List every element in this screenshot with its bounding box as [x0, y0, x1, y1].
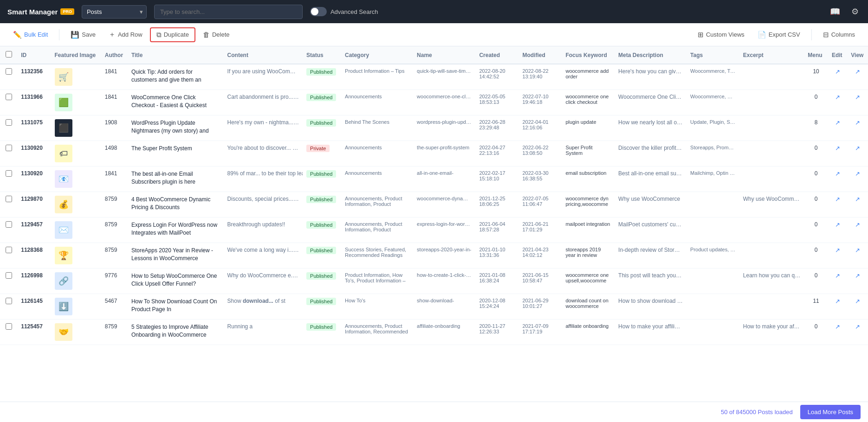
entity-select-wrapper[interactable]: Posts Products Orders Coupons ▾: [82, 5, 147, 19]
row-edit-cell[interactable]: ↗: [828, 64, 847, 90]
settings-icon-btn[interactable]: ⚙: [849, 5, 861, 19]
row-title[interactable]: How To Show Download Count On Product Pa…: [128, 294, 224, 320]
advanced-search-switch[interactable]: [310, 7, 327, 16]
custom-views-button[interactable]: ⊞ Custom Views: [692, 28, 750, 42]
row-view-cell[interactable]: ↗: [847, 115, 868, 141]
row-edit-cell[interactable]: ↗: [828, 166, 847, 192]
row-edit-cell[interactable]: ↗: [828, 217, 847, 243]
row-title[interactable]: StoreApps 2020 Year in Review - Lessons …: [128, 243, 224, 269]
view-icon[interactable]: ↗: [854, 67, 861, 76]
advanced-search-toggle[interactable]: Advanced Search: [310, 7, 378, 16]
search-input[interactable]: [154, 5, 303, 19]
row-checkbox[interactable]: [6, 323, 12, 330]
row-view-cell[interactable]: ↗: [847, 294, 868, 320]
row-checkbox-cell[interactable]: [0, 269, 17, 294]
row-checkbox[interactable]: [6, 247, 12, 253]
row-checkbox-cell[interactable]: [0, 243, 17, 269]
view-icon[interactable]: ↗: [854, 144, 861, 153]
row-checkbox-cell[interactable]: [0, 217, 17, 243]
row-status: Published: [303, 90, 341, 115]
view-icon[interactable]: ↗: [854, 93, 861, 102]
row-checkbox[interactable]: [6, 170, 12, 177]
row-checkbox-cell[interactable]: [0, 90, 17, 115]
row-title[interactable]: The best all-in-one Email Subscribers pl…: [128, 166, 224, 192]
row-title[interactable]: WordPress Plugin Update Nightmares (my o…: [128, 115, 224, 141]
edit-icon[interactable]: ↗: [834, 144, 841, 153]
row-checkbox[interactable]: [6, 145, 12, 151]
row-view-cell[interactable]: ↗: [847, 243, 868, 269]
row-checkbox[interactable]: [6, 196, 12, 202]
view-icon[interactable]: ↗: [854, 118, 861, 127]
row-view-cell[interactable]: ↗: [847, 269, 868, 294]
row-view-cell[interactable]: ↗: [847, 192, 868, 217]
export-csv-label: Export CSV: [769, 31, 800, 38]
view-icon[interactable]: ↗: [854, 220, 861, 229]
row-view-cell[interactable]: ↗: [847, 141, 868, 166]
row-edit-cell[interactable]: ↗: [828, 141, 847, 166]
save-button[interactable]: 💾 Save: [65, 28, 101, 42]
row-checkbox[interactable]: [6, 68, 12, 75]
book-icon-btn[interactable]: 📖: [828, 5, 842, 19]
select-all-checkbox[interactable]: [6, 51, 12, 58]
add-row-button[interactable]: ＋ Add Row: [103, 27, 148, 42]
edit-icon[interactable]: ↗: [834, 118, 841, 127]
row-checkbox-cell[interactable]: [0, 141, 17, 166]
row-view-cell[interactable]: ↗: [847, 64, 868, 90]
columns-button[interactable]: ⊟ Columns: [817, 28, 861, 42]
row-edit-cell[interactable]: ↗: [828, 192, 847, 217]
duplicate-button[interactable]: ⧉ Duplicate: [150, 27, 195, 42]
row-checkbox-cell[interactable]: [0, 294, 17, 320]
row-edit-cell[interactable]: ↗: [828, 320, 847, 345]
row-checkbox-cell[interactable]: [0, 192, 17, 217]
edit-icon[interactable]: ↗: [834, 220, 841, 229]
row-checkbox[interactable]: [6, 272, 12, 279]
edit-icon[interactable]: ↗: [834, 271, 841, 280]
row-title[interactable]: How to Setup WooCommerce One Click Upsel…: [128, 269, 224, 294]
row-status: Published: [303, 64, 341, 90]
row-title[interactable]: 5 Strategies to Improve Affiliate Onboar…: [128, 320, 224, 345]
edit-icon[interactable]: ↗: [834, 169, 841, 178]
row-meta-desc: How to show download count on: [615, 294, 687, 320]
edit-icon[interactable]: ↗: [834, 246, 841, 255]
row-checkbox[interactable]: [6, 221, 12, 228]
view-icon[interactable]: ↗: [854, 271, 861, 280]
load-more-button[interactable]: Load More Posts: [800, 405, 861, 419]
export-csv-button[interactable]: 📄 Export CSV: [752, 28, 806, 42]
row-edit-cell[interactable]: ↗: [828, 269, 847, 294]
row-edit-cell[interactable]: ↗: [828, 243, 847, 269]
view-icon[interactable]: ↗: [854, 322, 861, 331]
entity-select[interactable]: Posts Products Orders Coupons: [82, 5, 147, 19]
view-icon[interactable]: ↗: [854, 169, 861, 178]
row-edit-cell[interactable]: ↗: [828, 115, 847, 141]
row-edit-cell[interactable]: ↗: [828, 90, 847, 115]
row-checkbox-cell[interactable]: [0, 115, 17, 141]
row-checkbox[interactable]: [6, 94, 12, 100]
edit-icon[interactable]: ↗: [834, 297, 841, 306]
row-view-cell[interactable]: ↗: [847, 166, 868, 192]
row-checkbox[interactable]: [6, 119, 12, 126]
row-checkbox-cell[interactable]: [0, 166, 17, 192]
row-created: 2022-04-2722:13:16: [475, 141, 518, 166]
row-view-cell[interactable]: ↗: [847, 217, 868, 243]
row-checkbox[interactable]: [6, 298, 12, 304]
row-title[interactable]: Express Login For WordPress now Integrat…: [128, 217, 224, 243]
row-title[interactable]: The Super Profit System: [128, 141, 224, 166]
row-checkbox-cell[interactable]: [0, 320, 17, 345]
view-icon[interactable]: ↗: [854, 297, 861, 306]
row-title[interactable]: WooCommerce One Click Checkout - Easiest…: [128, 90, 224, 115]
view-icon[interactable]: ↗: [854, 246, 861, 255]
edit-icon[interactable]: ↗: [834, 322, 841, 331]
edit-icon[interactable]: ↗: [834, 67, 841, 76]
row-title[interactable]: 4 Best WooCommerce Dynamic Pricing & Dis…: [128, 192, 224, 217]
view-icon[interactable]: ↗: [854, 195, 861, 204]
edit-icon[interactable]: ↗: [834, 195, 841, 204]
row-checkbox-cell[interactable]: [0, 64, 17, 90]
delete-button[interactable]: 🗑 Delete: [197, 28, 235, 41]
row-author: 1841: [101, 90, 128, 115]
row-edit-cell[interactable]: ↗: [828, 294, 847, 320]
row-view-cell[interactable]: ↗: [847, 90, 868, 115]
edit-icon[interactable]: ↗: [834, 93, 841, 102]
row-title[interactable]: Quick Tip: Add orders for customers and …: [128, 64, 224, 90]
bulk-edit-button[interactable]: ✏️ Bulk Edit: [7, 28, 53, 42]
row-view-cell[interactable]: ↗: [847, 320, 868, 345]
